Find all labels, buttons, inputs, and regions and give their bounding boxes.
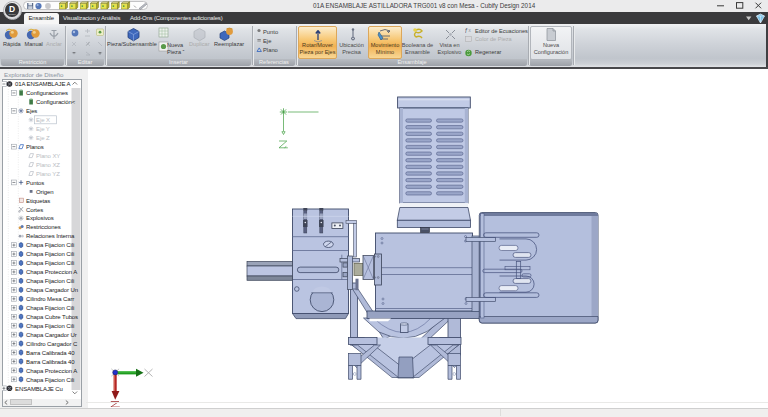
svg-text:Configuración<: Configuración< (36, 99, 76, 105)
svg-text:01A ENSAMBLAJE A: 01A ENSAMBLAJE A (15, 81, 71, 87)
svg-text:Plano XY: Plano XY (36, 153, 60, 159)
svg-text:Etiquetas: Etiquetas (26, 198, 50, 204)
svg-text:Barra Calibrada 40: Barra Calibrada 40 (26, 359, 75, 365)
svg-text:Chapa Fijacion Cili: Chapa Fijacion Cili (26, 323, 74, 329)
svg-text:ENSAMBLAJE Cu: ENSAMBLAJE Cu (15, 386, 63, 392)
svg-text:Plano XZ: Plano XZ (36, 162, 60, 168)
svg-text:Explosivos: Explosivos (26, 215, 54, 221)
svg-text:Configuraciones: Configuraciones (26, 90, 68, 96)
svg-text:Cilindro Cargador C: Cilindro Cargador C (26, 341, 78, 347)
svg-text:x: x (469, 28, 472, 33)
svg-text:Chapa Fijacion Cili: Chapa Fijacion Cili (26, 242, 74, 248)
svg-text:Eje Z: Eje Z (36, 135, 50, 141)
svg-text:Barra Calibrada 40: Barra Calibrada 40 (26, 350, 75, 356)
svg-text:Chapa Proteccion A: Chapa Proteccion A (26, 269, 77, 275)
svg-text:Planos: Planos (26, 144, 44, 150)
svg-text:Plano YZ: Plano YZ (36, 171, 60, 177)
svg-text:Restricciones: Restricciones (26, 224, 61, 230)
svg-text:Puntos: Puntos (26, 180, 44, 186)
svg-text:Chapa Fijacion Cili: Chapa Fijacion Cili (26, 278, 74, 284)
svg-text:Origen: Origen (36, 189, 53, 195)
svg-text:Ejes: Ejes (26, 108, 37, 114)
svg-text:Eje X: Eje X (36, 117, 50, 123)
svg-text:Eje Y: Eje Y (36, 126, 50, 132)
svg-text:Chapa Cargador Ur: Chapa Cargador Ur (26, 332, 77, 338)
svg-text:Cilindro Mesa Carr: Cilindro Mesa Carr (26, 296, 74, 302)
svg-text:Chapa Fijacion Cili: Chapa Fijacion Cili (26, 305, 74, 311)
svg-text:Relaciones Interna: Relaciones Interna (26, 233, 75, 239)
svg-text:Chapa Fijacion Cili: Chapa Fijacion Cili (26, 377, 74, 383)
svg-text:Chapa Fijacion Cili: Chapa Fijacion Cili (26, 260, 74, 266)
svg-text:Chapa Cubre Tubos: Chapa Cubre Tubos (26, 314, 78, 320)
svg-text:Chapa Fijacion Cili: Chapa Fijacion Cili (26, 251, 74, 257)
svg-text:Cortes: Cortes (26, 207, 43, 213)
svg-text:Chapa Cargador Un: Chapa Cargador Un (26, 287, 78, 293)
svg-text:Chapa Proteccion A: Chapa Proteccion A (26, 368, 77, 374)
